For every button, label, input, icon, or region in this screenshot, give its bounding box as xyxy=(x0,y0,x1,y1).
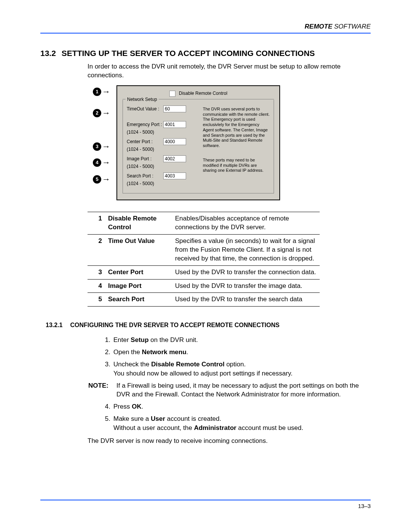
footer-page-number: 13–3 xyxy=(40,500,371,509)
callout-badge-4: 4 xyxy=(93,158,101,167)
table-row: 5 Search Port Used by the DVR to transfe… xyxy=(88,293,320,307)
disable-remote-row: Disable Remote Control xyxy=(123,91,274,97)
header-rule xyxy=(40,33,371,34)
network-setup-panel: Disable Remote Control Network Setup Tim… xyxy=(116,85,280,200)
center-port-range: (1024 - 5000) xyxy=(127,147,203,152)
search-port-label: Search Port : xyxy=(127,173,163,179)
step-text: Enter Setup on the DVR unit. xyxy=(113,335,371,345)
callout-1: 1 → xyxy=(93,87,110,97)
image-port-input[interactable]: 4002 xyxy=(163,155,186,162)
table-row: 1 Disable Remote Control Enables/Disable… xyxy=(88,212,320,234)
step-text: Press OK. xyxy=(113,402,371,411)
subsection-heading: 13.2.1 CONFIGURING THE DVR SERVER TO ACC… xyxy=(46,322,371,329)
row-num: 4 xyxy=(88,279,105,293)
table-row: 2 Time Out Value Specifies a value (in s… xyxy=(88,234,320,265)
step-text: Make sure a User account is created. Wit… xyxy=(113,414,371,433)
step-number: 3. xyxy=(100,360,113,378)
step-number: 1. xyxy=(100,335,113,345)
groupbox-title: Network Setup xyxy=(127,97,157,102)
arrow-icon: → xyxy=(102,108,110,118)
header-bold: REMOTE xyxy=(305,23,333,30)
page-header: REMOTE SOFTWARE xyxy=(40,23,371,32)
row-num: 2 xyxy=(88,234,105,265)
intro-text: In order to access the DVR unit remotely… xyxy=(88,62,371,80)
row-num: 5 xyxy=(88,293,105,307)
panel-info-1: The DVR uses several ports to communicat… xyxy=(203,107,270,149)
row-text: Used by the DVR to transfer the search d… xyxy=(172,293,320,307)
center-port-input[interactable]: 4000 xyxy=(163,138,186,145)
step-text: Uncheck the Disable Remote Control optio… xyxy=(113,360,371,378)
page-footer: 13–3 xyxy=(40,500,371,509)
step-text: Open the Network menu. xyxy=(113,348,371,357)
image-port-range: (1024 - 5000) xyxy=(127,164,203,169)
row-name: Search Port xyxy=(105,293,172,307)
callout-badge-3: 3 xyxy=(93,142,101,151)
center-port-label: Center Port : xyxy=(127,139,163,144)
emergency-port-input[interactable]: 4001 xyxy=(163,121,186,128)
arrow-icon: → xyxy=(102,158,110,168)
row-name: Center Port xyxy=(105,265,172,279)
subsection-title: CONFIGURING THE DVR SERVER TO ACCEPT REM… xyxy=(70,322,279,328)
callout-badge-5: 5 xyxy=(93,175,101,184)
step-number: 4. xyxy=(100,402,113,411)
callout-badge-1: 1 xyxy=(93,88,101,96)
row-num: 1 xyxy=(88,212,105,234)
callout-2: 2 → xyxy=(93,108,110,118)
network-setup-groupbox: Network Setup TimeOut Value : 60 Emergen… xyxy=(123,100,274,193)
table-row: 4 Image Port Used by the DVR to transfer… xyxy=(88,279,320,293)
description-table: 1 Disable Remote Control Enables/Disable… xyxy=(88,212,320,307)
timeout-label: TimeOut Value : xyxy=(127,106,163,112)
row-text: Specifies a value (in seconds) to wait f… xyxy=(172,234,320,265)
section-title: SETTING UP THE SERVER TO ACCEPT INCOMING… xyxy=(62,49,315,58)
row-num: 3 xyxy=(88,265,105,279)
callout-5: 5 → xyxy=(93,174,110,184)
note-label: NOTE: xyxy=(88,381,116,399)
image-port-label: Image Port : xyxy=(127,156,163,161)
callout-3: 3 → xyxy=(93,142,110,152)
emergency-port-label: Emergency Port : xyxy=(127,122,163,127)
callout-4: 4 → xyxy=(93,158,110,168)
note-text: If a Firewall is being used, it may be n… xyxy=(116,381,371,399)
row-name: Time Out Value xyxy=(105,234,172,265)
screenshot-wrap: 1 → 2 → 3 → 4 → 5 → Disable Remote Contr… xyxy=(116,85,371,200)
section-number: 13.2 xyxy=(40,49,59,58)
disable-remote-checkbox[interactable] xyxy=(169,91,175,97)
subsection-number: 13.2.1 xyxy=(46,322,68,329)
callout-badge-2: 2 xyxy=(93,109,101,117)
arrow-icon: → xyxy=(102,87,110,97)
emergency-port-range: (1024 - 5000) xyxy=(127,129,203,135)
section-heading: 13.2 SETTING UP THE SERVER TO ACCEPT INC… xyxy=(40,49,371,58)
note-row: NOTE: If a Firewall is being used, it ma… xyxy=(88,381,371,399)
search-port-input[interactable]: 4003 xyxy=(163,173,186,179)
panel-info-2: These ports may need to be modified if m… xyxy=(203,158,270,173)
steps-list: 1. Enter Setup on the DVR unit. 2. Open … xyxy=(100,335,371,432)
final-text: The DVR server is now ready to receive i… xyxy=(88,437,371,445)
step-number: 2. xyxy=(100,348,113,357)
disable-remote-label: Disable Remote Control xyxy=(179,91,227,96)
row-text: Used by the DVR to transfer the connecti… xyxy=(172,265,320,279)
table-row: 3 Center Port Used by the DVR to transfe… xyxy=(88,265,320,279)
row-text: Used by the DVR to transfer the image da… xyxy=(172,279,320,293)
row-name: Image Port xyxy=(105,279,172,293)
header-rest: SOFTWARE xyxy=(332,23,371,30)
arrow-icon: → xyxy=(102,174,110,184)
row-name: Disable Remote Control xyxy=(105,212,172,234)
timeout-input[interactable]: 60 xyxy=(163,105,186,112)
arrow-icon: → xyxy=(102,142,110,152)
search-port-range: (1024 - 5000) xyxy=(127,181,203,186)
step-number: 5. xyxy=(100,414,113,433)
row-text: Enables/Disables acceptance of remote co… xyxy=(172,212,320,234)
